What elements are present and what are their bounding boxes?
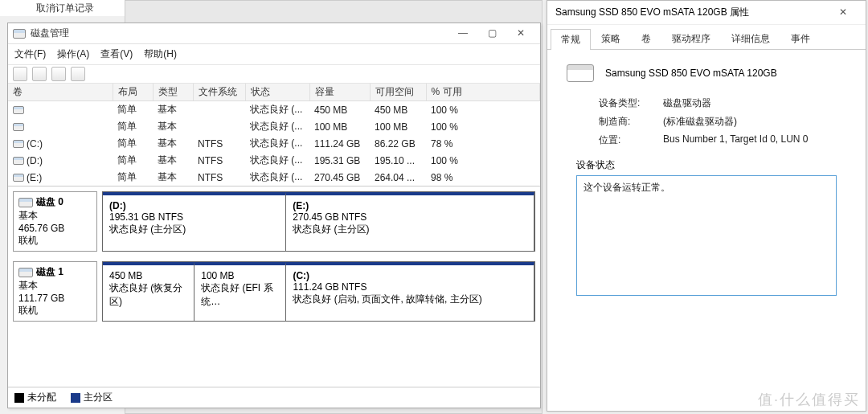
tab-details[interactable]: 详细信息 — [721, 28, 780, 49]
legend-black-swatch — [14, 393, 24, 403]
properties-window: Samsung SSD 850 EVO mSATA 120GB 属性 ✕ 常规 … — [547, 0, 866, 412]
volume-icon — [13, 123, 24, 131]
disk-mgmt-icon — [13, 29, 26, 39]
disk-drive-icon — [567, 64, 594, 82]
volume-icon — [13, 174, 24, 182]
prop-title-text: Samsung SSD 850 EVO mSATA 120GB 属性 — [555, 6, 829, 19]
partition[interactable]: 450 MB状态良好 (恢复分区) — [103, 262, 194, 321]
device-status-group: 设备状态 这个设备运转正常。 — [576, 158, 837, 296]
col-status[interactable]: 状态 — [245, 84, 309, 101]
disk-label[interactable]: 磁盘 0基本465.76 GB联机 — [13, 191, 97, 252]
table-row[interactable]: (E:)简单基本NTFS状态良好 (...270.45 GB264.04 ...… — [8, 169, 540, 186]
col-fs[interactable]: 文件系统 — [193, 84, 245, 101]
disk-icon — [18, 268, 33, 277]
partition[interactable]: 100 MB状态良好 (EFI 系统… — [194, 262, 286, 321]
partition[interactable]: (D:)195.31 GB NTFS状态良好 (主分区) — [103, 192, 286, 251]
menu-help[interactable]: 帮助(H) — [144, 47, 177, 61]
table-header-row: 卷 布局 类型 文件系统 状态 容量 可用空间 % 可用 — [8, 84, 540, 101]
disk-management-window: 磁盘管理 — ▢ ✕ 文件(F) 操作(A) 查看(V) 帮助(H) 卷 布局 … — [7, 23, 541, 408]
prop-tabstrip: 常规 策略 卷 驱动程序 详细信息 事件 — [547, 28, 866, 50]
legend-blue-swatch — [71, 393, 80, 403]
partition[interactable]: (E:)270.45 GB NTFS状态良好 (主分区) — [286, 192, 534, 251]
tab-policies[interactable]: 策略 — [591, 28, 631, 49]
volume-icon — [13, 157, 24, 165]
partitions-container: (D:)195.31 GB NTFS状态良好 (主分区)(E:)270.45 G… — [102, 191, 535, 252]
device-name: Samsung SSD 850 EVO mSATA 120GB — [605, 68, 777, 79]
tab-events[interactable]: 事件 — [780, 28, 821, 49]
disk-icon — [18, 198, 33, 207]
col-type[interactable]: 类型 — [153, 84, 193, 101]
col-layout[interactable]: 布局 — [113, 84, 153, 101]
cancel-orders-link[interactable]: 取消订单记录 — [36, 2, 94, 15]
table-row[interactable]: 简单基本状态良好 (...450 MB450 MB100 % — [8, 101, 540, 119]
tab-driver[interactable]: 驱动程序 — [661, 28, 721, 49]
table-row[interactable]: (C:)简单基本NTFS状态良好 (...111.24 GB86.22 GB78… — [8, 135, 540, 152]
toolbar-back-icon[interactable] — [13, 67, 27, 81]
minimize-button[interactable]: — — [448, 25, 477, 43]
table-row[interactable]: 简单基本状态良好 (...100 MB100 MB100 % — [8, 118, 540, 135]
partitions-container: 450 MB状态良好 (恢复分区)100 MB状态良好 (EFI 系统…(C:)… — [102, 261, 535, 322]
disk-label[interactable]: 磁盘 1基本111.77 GB联机 — [13, 261, 97, 322]
maximize-button[interactable]: ▢ — [477, 25, 506, 43]
toolbar-refresh-icon[interactable] — [51, 67, 66, 81]
menu-view[interactable]: 查看(V) — [100, 47, 133, 61]
partition[interactable]: (C:)111.24 GB NTFS状态良好 (启动, 页面文件, 故障转储, … — [286, 262, 534, 321]
dm-menubar: 文件(F) 操作(A) 查看(V) 帮助(H) — [8, 44, 540, 65]
col-pct[interactable]: % 可用 — [426, 84, 540, 101]
row-device-type: 设备类型:磁盘驱动器 — [599, 96, 846, 110]
prop-body: Samsung SSD 850 EVO mSATA 120GB 设备类型:磁盘驱… — [547, 50, 866, 322]
legend-primary: 主分区 — [71, 391, 113, 404]
menu-action[interactable]: 操作(A) — [57, 47, 89, 61]
menu-file[interactable]: 文件(F) — [14, 47, 46, 61]
device-status-box[interactable]: 这个设备运转正常。 — [576, 175, 837, 296]
volume-table: 卷 布局 类型 文件系统 状态 容量 可用空间 % 可用 简单基本状态良好 (.… — [8, 84, 540, 186]
toolbar-help-icon[interactable] — [71, 67, 85, 81]
row-manufacturer: 制造商:(标准磁盘驱动器) — [599, 115, 846, 129]
prop-titlebar[interactable]: Samsung SSD 850 EVO mSATA 120GB 属性 ✕ — [547, 1, 866, 25]
close-button[interactable]: ✕ — [506, 25, 535, 43]
table-row[interactable]: (D:)简单基本NTFS状态良好 (...195.31 GB195.10 ...… — [8, 152, 540, 169]
volume-icon — [13, 106, 24, 114]
volume-icon — [13, 140, 24, 148]
graphical-view-pane[interactable]: 磁盘 0基本465.76 GB联机(D:)195.31 GB NTFS状态良好 … — [8, 187, 540, 333]
row-location: 位置:Bus Number 1, Target Id 0, LUN 0 — [599, 133, 846, 147]
dm-title: 磁盘管理 — [31, 27, 448, 40]
device-status-label: 设备状态 — [576, 158, 837, 172]
col-capacity[interactable]: 容量 — [309, 84, 370, 101]
volume-list-pane[interactable]: 卷 布局 类型 文件系统 状态 容量 可用空间 % 可用 简单基本状态良好 (.… — [8, 84, 540, 187]
dm-titlebar[interactable]: 磁盘管理 — ▢ ✕ — [8, 23, 540, 44]
prop-close-button[interactable]: ✕ — [829, 4, 858, 22]
toolbar-fwd-icon[interactable] — [32, 67, 47, 81]
legend-bar: 未分配 主分区 — [8, 387, 540, 408]
col-volume[interactable]: 卷 — [8, 84, 113, 101]
tab-volumes[interactable]: 卷 — [631, 28, 661, 49]
tab-general[interactable]: 常规 — [551, 29, 591, 50]
col-free[interactable]: 可用空间 — [370, 84, 426, 101]
legend-unallocated: 未分配 — [14, 391, 56, 404]
disk-row: 磁盘 1基本111.77 GB联机450 MB状态良好 (恢复分区)100 MB… — [13, 261, 535, 322]
page-sidebar-fragment: 取消订单记录 — [0, 0, 125, 16]
dm-toolbar — [8, 65, 540, 84]
disk-row: 磁盘 0基本465.76 GB联机(D:)195.31 GB NTFS状态良好 … — [13, 191, 535, 252]
